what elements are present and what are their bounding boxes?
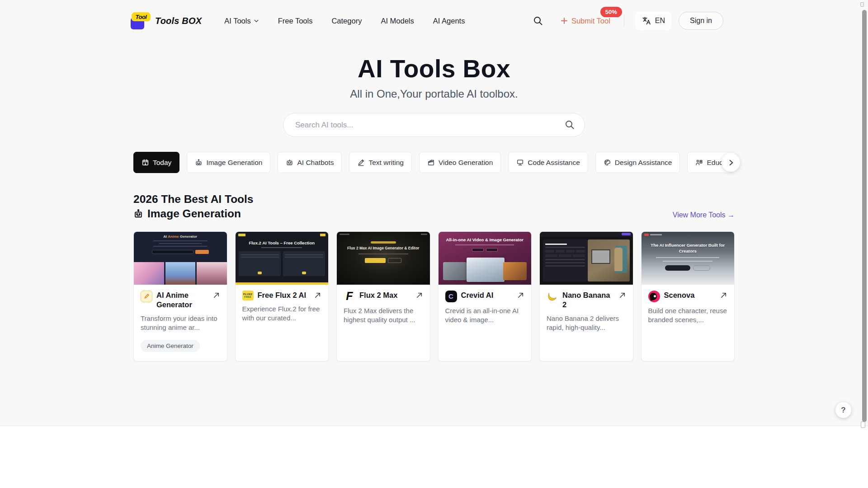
brand-name: Tools BOX	[155, 16, 202, 26]
tool-description: Crevid is an all-in-one AI video & image…	[445, 306, 525, 325]
nav-label: AI Tools	[224, 17, 250, 25]
tab-label: Text writing	[368, 159, 404, 167]
tool-card-nano-banana-2[interactable]: Nano Banana 2 Nano Banana 2 delivers rap…	[539, 231, 633, 361]
external-link-icon[interactable]	[212, 291, 221, 300]
robot-icon	[133, 209, 143, 219]
submit-tool-button[interactable]: Submit Tool 50%	[561, 17, 610, 25]
external-link-icon[interactable]	[415, 291, 424, 300]
tool-card-scenova[interactable]: The AI Influencer Generator Built for Cr…	[641, 231, 735, 361]
language-label: EN	[655, 17, 665, 25]
nav-label: Free Tools	[278, 17, 313, 25]
tab-image-generation[interactable]: Image Generation	[187, 152, 270, 173]
nav-label: Category	[331, 17, 362, 25]
letter-f-icon: F	[344, 291, 355, 302]
palette-icon	[604, 159, 611, 166]
page-subtitle: All in One,Your portable AI toolbox.	[0, 88, 868, 100]
external-link-icon[interactable]	[618, 291, 627, 300]
tool-description: Flux 2 Max delivers the highest quality …	[344, 306, 423, 325]
tool-title: AI Anime Generator	[156, 291, 209, 310]
nav-item-ai-models[interactable]: AI Models	[381, 17, 414, 25]
header: Tool Tools BOX AI Tools Free Tools Categ…	[0, 0, 868, 42]
pencil-icon	[357, 159, 365, 166]
header-search-button[interactable]	[533, 15, 543, 26]
language-selector[interactable]: EN	[635, 11, 671, 30]
tool-description: Experience Flux.2 for free with our cura…	[242, 305, 322, 323]
scrollbar-thumb[interactable]	[862, 10, 867, 422]
tab-label: Video Generation	[439, 159, 493, 167]
memo-icon	[141, 291, 152, 302]
submit-tool-label: Submit Tool	[571, 17, 610, 25]
hero-search	[283, 113, 585, 137]
nav-item-free-tools[interactable]: Free Tools	[278, 17, 313, 25]
tool-tag[interactable]: Anime Generator	[141, 340, 200, 352]
hero-section: AI Tools Box All in One,Your portable AI…	[0, 54, 868, 137]
calendar-icon	[142, 159, 149, 166]
tools-card-grid: AI Anime Generator AI Anime Generator Tr…	[133, 231, 735, 361]
nav-item-ai-agents[interactable]: AI Agents	[433, 17, 465, 25]
tab-video-generation[interactable]: Video Generation	[419, 152, 501, 173]
tool-thumbnail: Flux 2 Max AI Image Generator & Editor	[337, 232, 430, 285]
tabs-scroll-next-button[interactable]	[722, 153, 740, 172]
tool-description: Nano Banana 2 delivers rapid, high-quali…	[547, 314, 626, 333]
header-divider	[624, 15, 624, 27]
section-title-line1: 2026 The Best AI Tools	[133, 192, 735, 206]
external-link-icon[interactable]	[719, 291, 728, 300]
tool-card-free-flux-2-ai[interactable]: Flux.2 AI Tools – Free Collection FLUX2 …	[235, 231, 329, 361]
tool-title: Crevid AI	[461, 291, 494, 302]
chatbot-icon	[286, 159, 293, 166]
tool-title: Scenova	[664, 291, 695, 302]
chevron-down-icon	[254, 18, 259, 23]
tool-card-crevid-ai[interactable]: All-in-one AI Video & Image Generator C …	[438, 231, 532, 361]
tab-label: Image Generation	[206, 159, 262, 167]
tool-thumbnail	[540, 232, 633, 285]
nav-item-ai-tools[interactable]: AI Tools	[224, 17, 259, 25]
tool-thumbnail: AI Anime Generator	[134, 232, 227, 285]
robot-icon	[195, 159, 203, 166]
nav-label: AI Models	[381, 17, 414, 25]
external-link-icon[interactable]	[516, 291, 525, 300]
tab-label: Today	[153, 159, 171, 167]
search-input[interactable]	[283, 113, 585, 137]
tool-title: Nano Banana 2	[562, 291, 615, 310]
sign-in-button[interactable]: Sign in	[679, 12, 723, 30]
flux-free-badge-icon: FLUX2 FREE	[242, 291, 254, 300]
main-nav: AI Tools Free Tools Category AI Models A…	[224, 17, 465, 25]
clapperboard-icon	[427, 159, 435, 166]
banana-icon	[547, 291, 558, 302]
page-title: AI Tools Box	[0, 54, 868, 83]
nav-label: AI Agents	[433, 17, 465, 25]
tab-label: AI Chatbots	[297, 159, 334, 167]
category-tabs: Today Image Generation AI Chatbots Text …	[133, 152, 735, 173]
translate-icon	[642, 16, 651, 26]
section-title-line2: Image Generation	[147, 206, 241, 221]
tool-card-ai-anime-generator[interactable]: AI Anime Generator AI Anime Generator Tr…	[133, 231, 227, 361]
section-heading: 2026 The Best AI Tools Image Generation …	[133, 192, 735, 221]
nav-item-category[interactable]: Category	[331, 17, 362, 25]
tab-code-assistance[interactable]: Code Assistance	[508, 152, 588, 173]
logo-text: Tool	[136, 14, 147, 20]
tool-description: Build one character, reuse branded scene…	[648, 306, 728, 325]
tab-ai-chatbots[interactable]: AI Chatbots	[278, 152, 342, 173]
chevron-right-icon	[727, 159, 735, 167]
toolbox-logo-icon: Tool	[131, 12, 152, 29]
scrollbar-top-nub	[860, 2, 864, 7]
tab-label: Code Assistance	[528, 159, 580, 167]
header-actions: Submit Tool 50% EN Sign in	[533, 11, 723, 30]
tool-title: Free Flux 2 AI	[258, 291, 307, 300]
external-link-icon[interactable]	[313, 291, 322, 300]
search-icon	[533, 15, 543, 26]
help-button[interactable]: ?	[835, 402, 851, 418]
teacher-icon	[695, 159, 703, 166]
brand-logo[interactable]: Tool Tools BOX	[131, 12, 202, 29]
tab-design-assistance[interactable]: Design Assistance	[595, 152, 680, 173]
tool-thumbnail: The AI Influencer Generator Built for Cr…	[642, 232, 735, 285]
crevid-logo-icon: C	[445, 291, 457, 302]
view-more-tools-link[interactable]: View More Tools →	[673, 211, 735, 219]
discount-badge: 50%	[600, 7, 622, 17]
tab-text-writing[interactable]: Text writing	[349, 152, 412, 173]
tool-card-flux-2-max[interactable]: Flux 2 Max AI Image Generator & Editor F…	[336, 231, 430, 361]
plus-icon	[561, 17, 568, 24]
tool-thumbnail: All-in-one AI Video & Image Generator	[439, 232, 532, 285]
search-icon[interactable]	[564, 119, 575, 130]
tab-today[interactable]: Today	[133, 152, 179, 173]
